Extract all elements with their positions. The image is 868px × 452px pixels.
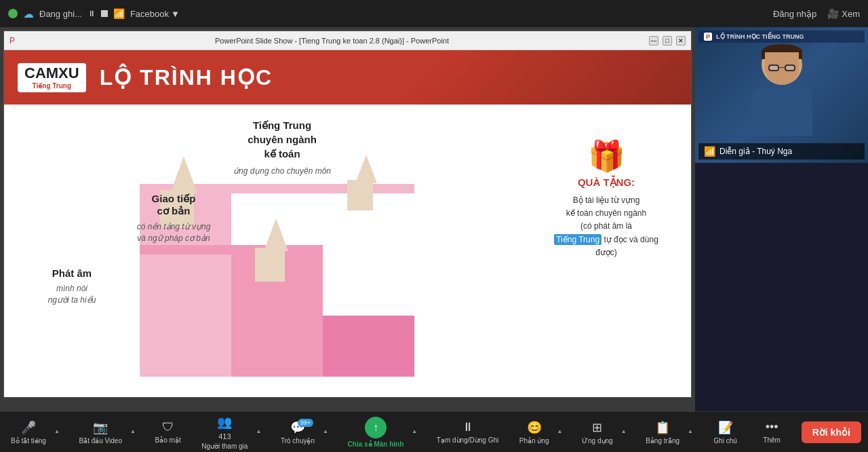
bottom-toolbar: 🎤 Bỏ tắt tiếng ▲ 📷 Bắt đầu Video ▲ 🛡 Bảo… [0,411,868,452]
toolbar-group-more: ••• Thêm [755,417,789,447]
chevron-up-icon: ▲ [412,428,417,434]
top-bar-left: ☁ Đang ghi... ⏸ 📶 Facebook ▼ [8,7,766,20]
toolbar-group-security: 🛡 Bảo mật [151,417,185,447]
apps-button[interactable]: ⊞ Ứng dụng [578,417,617,447]
recording-status: Đang ghi... [39,9,82,19]
chat-arrow-button[interactable]: ▲ [320,430,331,434]
chevron-up-icon: ▲ [130,428,136,434]
presenter-video: P LỘ TRÌNH HỌC TIẾNG TRUNG [695,27,868,163]
emoji-icon: 😊 [527,420,542,435]
camera-off-icon: 📷 [93,420,108,435]
stair-top-2 [140,245,323,255]
slide-main-content: Tiếng Trung chuyên ngành kế toán ứng dụn… [4,105,691,397]
logo-main-text: CAMXU [24,66,79,81]
toolbar-group-apps: ⊞ Ứng dụng ▲ [578,417,629,447]
login-button[interactable]: Đăng nhập [773,9,816,19]
share-arrow-button[interactable]: ▲ [409,430,420,434]
pause-stop-icon: ⏸ [462,420,474,434]
stop-icon [101,10,108,17]
level3-title: Tiếng Trung chuyên ngành kế toán [214,118,350,161]
presenter-slide-overlay: P LỘ TRÌNH HỌC TIẾNG TRUNG [698,31,865,43]
chevron-up-icon: ▲ [688,428,693,434]
microphone-off-icon: 🎤 [21,420,36,435]
notes-button[interactable]: 📝 Ghi chú [709,417,743,447]
facebook-button[interactable]: Facebook ▼ [130,9,180,19]
restore-button[interactable]: □ [663,36,672,45]
more-button[interactable]: ••• Thêm [755,417,789,447]
chevron-down-icon: ▼ [171,9,180,19]
whiteboard-arrow-button[interactable]: ▲ [685,430,696,434]
main-area: P PowerPoint Slide Show - [Tieng Trung k… [0,27,868,411]
slide-overlay-text: P [704,33,712,40]
person-body [751,88,812,136]
presenter-name: Diễn giả - Thuý Nga [719,147,792,156]
pause-recording-button[interactable]: ⏸ Tạm dừng/Dừng Ghi [433,417,502,447]
top-bar-right: Đăng nhập 🎥 Xem [773,8,860,19]
ppt-title: PowerPoint Slide Show - [Tieng Trung ke … [15,37,649,45]
minimize-button[interactable]: — [649,36,658,45]
toolbar-group-whiteboard: 📋 Bảng trắng ▲ [642,417,696,447]
level2-title: Giao tiếp cơ bản [119,193,228,217]
ppt-window: P PowerPoint Slide Show - [Tieng Trung k… [3,31,692,398]
presenter-panel: P LỘ TRÌNH HỌC TIẾNG TRUNG [695,27,868,411]
video-arrow-button[interactable]: ▲ [127,430,138,434]
level1-title: Phát âm [18,267,126,279]
grid-icon: ⊞ [592,420,602,435]
status-dot [8,9,18,18]
arrow-body-3 [347,180,373,210]
presenter-overlay-label: LỘ TRÌNH HỌC TIẾNG TRUNG [716,33,804,40]
presenter-name-bar: 📶 Diễn giả - Thuý Nga [698,143,865,159]
signal-bar-icon: 📶 [704,146,715,157]
top-bar: ☁ Đang ghi... ⏸ 📶 Facebook ▼ Đăng nhập 🎥… [0,0,868,27]
view-button[interactable]: 🎥 Xem [827,8,860,19]
level1-label: Phát âm mình nói người ta hiểu [18,267,126,306]
whiteboard-button[interactable]: 📋 Bảng trắng [642,417,684,447]
level2-label: Giao tiếp cơ bản có nền tảng từ vựng và … [119,193,228,244]
signal-icon: 📶 [113,8,125,19]
slide-header: CAMXU Tiếng Trung LỘ TRÌNH HỌC [4,50,691,105]
share-icon: ↑ [365,417,387,438]
chevron-up-icon: ▲ [54,428,60,434]
chevron-up-icon: ▲ [557,428,563,434]
toolbar-group-participants: 👥 413 Người tham gia ▲ [197,412,264,453]
ppt-win-controls: — □ ✕ [649,36,686,45]
close-button[interactable]: ✕ [676,36,686,45]
arrow-icon-2 [264,219,288,251]
toolbar-group-audio: 🎤 Bỏ tắt tiếng ▲ [7,417,62,447]
level3-label: Tiếng Trung chuyên ngành kế toán ứng dụn… [214,118,350,177]
leave-button[interactable]: Rời khỏi [802,421,861,443]
ellipsis-icon: ••• [766,420,778,434]
participants-button[interactable]: 👥 413 Người tham gia [197,412,252,453]
mute-button[interactable]: 🎤 Bỏ tắt tiếng [7,417,50,447]
gift-text: Bộ tài liệu từ vựng kế toán chuyên ngành… [549,194,664,259]
security-button[interactable]: 🛡 Bảo mật [151,417,185,447]
level2-sub: có nền tảng từ vựng và ngữ pháp cơ bản [119,221,228,244]
level1-sub: mình nói người ta hiểu [18,283,126,306]
toolbar-group-video: 📷 Bắt đầu Video ▲ [75,417,138,447]
presenter-face [738,44,826,146]
ppt-titlebar: P PowerPoint Slide Show - [Tieng Trung k… [4,31,691,50]
pause-icon: ⏸ [87,9,96,18]
react-arrow-button[interactable]: ▲ [554,430,565,434]
chevron-up-icon: ▲ [256,428,261,434]
toolbar-group-chat: 💬 99+ Trò chuyện ▲ [277,417,331,447]
presentation-area: P PowerPoint Slide Show - [Tieng Trung k… [0,27,695,411]
video-button[interactable]: 📷 Bắt đầu Video [75,417,126,447]
chevron-up-icon: ▲ [621,428,627,434]
share-screen-button[interactable]: ↑ Chia sẻ Màn hình [344,414,408,451]
zoom-icon: 🎥 [827,8,839,19]
gift-icon: 🎁 [549,138,664,174]
stair-col-3 [323,316,414,377]
toolbar-group-react: 😊 Phản ứng ▲ [515,417,566,447]
toolbar-group-pause: ⏸ Tạm dừng/Dừng Ghi [433,417,502,447]
chat-button[interactable]: 💬 99+ Trò chuyện [277,417,319,447]
reactions-button[interactable]: 😊 Phản ứng [515,417,553,447]
gift-section: 🎁 QUÀ TẶNG: Bộ tài liệu từ vựng kế toán … [549,138,664,259]
apps-arrow-button[interactable]: ▲ [618,430,629,434]
empty-presenter-area [695,163,868,411]
toolbar-group-share: ↑ Chia sẻ Màn hình ▲ [344,414,420,451]
notes-icon: 📝 [718,420,733,435]
mute-arrow-button[interactable]: ▲ [52,430,62,434]
participants-arrow-button[interactable]: ▲ [253,430,264,434]
slide-content: CAMXU Tiếng Trung LỘ TRÌNH HỌC [4,50,691,397]
